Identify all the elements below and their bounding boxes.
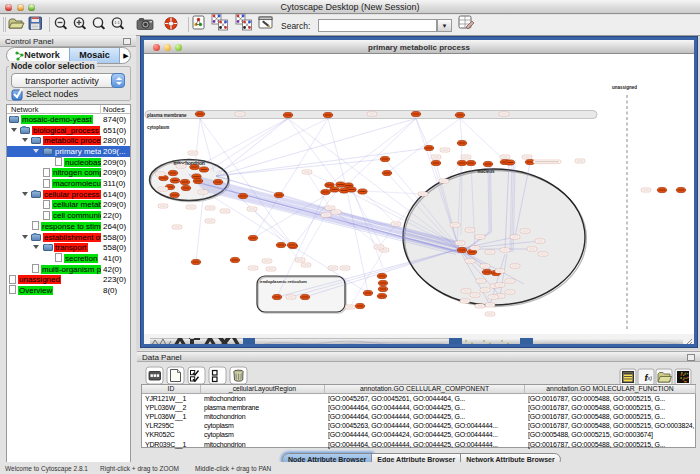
svg-text:cytoplasm: cytoplasm <box>147 125 169 130</box>
svg-text:plasma membrane: plasma membrane <box>147 113 187 118</box>
svg-text:nucleus: nucleus <box>477 169 495 174</box>
svg-text:unassigned: unassigned <box>612 85 637 90</box>
svg-text:1:1: 1:1 <box>114 20 120 25</box>
svg-text:(x): (x) <box>646 375 652 381</box>
